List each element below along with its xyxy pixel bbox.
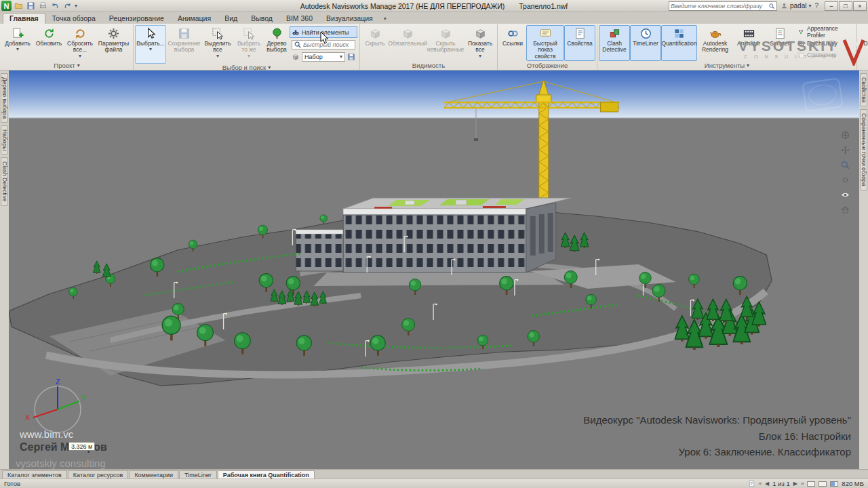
tab-viewpoint[interactable]: Точка обзора bbox=[45, 13, 102, 24]
timeliner-button[interactable]: TimeLiner bbox=[630, 25, 661, 61]
dock-tab-selection-tree[interactable]: Дерево выбора bbox=[1, 73, 8, 123]
ribbon: Добавить ▾ Обновить Сбросить все... ▾ Па… bbox=[0, 24, 868, 70]
select-same-button[interactable]: Выбрать то же ▾ bbox=[233, 25, 264, 64]
home-view-icon[interactable] bbox=[840, 205, 850, 215]
navisworks-logo-icon[interactable]: N bbox=[1, 1, 12, 11]
find-items-button[interactable]: Найти элементы bbox=[290, 26, 357, 38]
watermark-site: www.bim.vc bbox=[20, 428, 73, 440]
unhide-all-icon bbox=[474, 27, 487, 40]
keyword-search-input[interactable] bbox=[671, 3, 768, 9]
viewport-3d[interactable]: Z X Y www.bim.vc Сергей Макаров vysotski… bbox=[9, 70, 859, 469]
bottom-tab-quantification-workbook[interactable]: Рабочая книга Quantification bbox=[218, 470, 315, 479]
tab-animation[interactable]: Анимация bbox=[171, 13, 218, 24]
properties-button[interactable]: Свойства bbox=[564, 25, 595, 61]
unhide-all-button[interactable]: Показать все ▾ bbox=[465, 25, 496, 61]
tab-home[interactable]: Главная bbox=[3, 13, 45, 24]
autodesk-rendering-button[interactable]: Autodesk Rendering bbox=[697, 25, 733, 61]
cursor-icon bbox=[144, 27, 157, 40]
minimize-button[interactable]: – bbox=[825, 1, 838, 11]
quick-properties-icon bbox=[539, 27, 552, 40]
binoculars-icon bbox=[292, 28, 300, 37]
group-label-project[interactable]: Проект▾ bbox=[1, 61, 132, 70]
hide-unselected-icon bbox=[439, 27, 452, 40]
links-button[interactable]: Ссылки bbox=[499, 25, 526, 61]
ribbon-group-project: Добавить ▾ Обновить Сбросить все... ▾ Па… bbox=[1, 24, 134, 70]
zoom-icon[interactable] bbox=[840, 160, 850, 170]
help-button[interactable]: ? bbox=[814, 2, 818, 9]
signin-user[interactable]: padal ▾ bbox=[781, 2, 811, 9]
scene-3d[interactable] bbox=[9, 70, 859, 469]
select-all-button[interactable]: Выделить все ▾ bbox=[202, 25, 233, 64]
undo-button[interactable] bbox=[50, 1, 60, 11]
selection-tree-button[interactable]: Дерево выбора bbox=[264, 25, 289, 64]
floppy-icon bbox=[26, 1, 35, 10]
prev-sheet-button[interactable]: ◀ bbox=[765, 481, 769, 487]
datatools-button[interactable]: DataTools bbox=[859, 25, 868, 61]
appearance-profiler-button[interactable]: Appearance Profiler bbox=[795, 26, 855, 37]
orbit-icon[interactable] bbox=[840, 175, 850, 185]
add-button[interactable]: Добавить ▾ bbox=[2, 25, 33, 61]
hide-button[interactable]: Скрыть bbox=[361, 25, 389, 61]
qat-dropdown-icon[interactable]: ▾ bbox=[75, 3, 77, 9]
batch-utility-button[interactable]: Batch Utility bbox=[795, 38, 855, 49]
sets-dropdown[interactable]: Набор ▾ bbox=[302, 52, 345, 62]
axis-x-label: X bbox=[25, 413, 31, 422]
first-sheet-button[interactable]: « bbox=[759, 481, 762, 487]
add-file-icon bbox=[12, 27, 24, 40]
sheet-icon[interactable] bbox=[748, 480, 755, 487]
save-button[interactable] bbox=[26, 1, 36, 11]
compare-button[interactable]: Сравнение bbox=[795, 49, 855, 60]
scripter-button[interactable]: Scripter bbox=[764, 25, 795, 61]
tab-bim360[interactable]: BIM 360 bbox=[279, 13, 319, 24]
tab-review[interactable]: Рецензирование bbox=[102, 13, 171, 24]
quantification-button[interactable]: Quantification bbox=[661, 25, 697, 61]
quick-access-toolbar: N ▾ bbox=[1, 1, 77, 11]
keyword-search-box[interactable] bbox=[669, 1, 777, 11]
select-all-icon bbox=[212, 27, 224, 40]
tab-view[interactable]: Вид bbox=[218, 13, 244, 24]
dock-tab-saved-viewpoints[interactable]: Сохраненные точки обзора bbox=[860, 109, 867, 190]
quick-find-input[interactable]: Быстрый поиск bbox=[292, 40, 355, 49]
group-label-tools[interactable]: Инструменты▾ bbox=[598, 61, 856, 70]
dock-tab-sets[interactable]: Наборы bbox=[1, 125, 8, 155]
save-selection-button[interactable]: Сохранение выбора bbox=[166, 25, 202, 64]
print-button[interactable] bbox=[38, 1, 48, 11]
animator-button[interactable]: Animator bbox=[733, 25, 764, 61]
dock-tab-properties[interactable]: Свойства bbox=[860, 73, 867, 106]
group-label-visibility: Видимость bbox=[361, 61, 496, 70]
pencil-meter bbox=[807, 481, 815, 487]
refresh-button[interactable]: Обновить bbox=[33, 25, 64, 61]
open-button[interactable] bbox=[14, 1, 24, 11]
look-icon[interactable] bbox=[840, 190, 850, 200]
sky bbox=[9, 70, 859, 118]
user-dropdown-icon: ▾ bbox=[808, 3, 811, 9]
reset-all-button[interactable]: Сбросить все... ▾ bbox=[64, 25, 96, 61]
steering-wheel-icon[interactable] bbox=[840, 130, 850, 140]
next-sheet-button[interactable]: ▶ bbox=[793, 481, 797, 487]
redo-button[interactable] bbox=[62, 1, 73, 11]
script-icon bbox=[774, 27, 787, 40]
select-button[interactable]: Выбрать... ▾ bbox=[135, 25, 166, 64]
dock-tab-clash-detective[interactable]: Clash Detective bbox=[1, 157, 8, 206]
title-bar: N ▾ Autodesk Navisworks Manage 2017 (НЕ … bbox=[0, 0, 868, 12]
require-button[interactable]: Обязательный bbox=[389, 25, 427, 61]
measurement-label: 3.326 м bbox=[68, 442, 95, 451]
close-button[interactable]: × bbox=[853, 1, 867, 11]
tab-render[interactable]: Визуализация bbox=[319, 13, 380, 24]
tools-small-column: Appearance Profiler Batch Utility Сравне… bbox=[795, 25, 855, 61]
hide-unselected-button[interactable]: Скрыть невыбранные bbox=[427, 25, 465, 61]
save-set-icon[interactable] bbox=[347, 53, 355, 61]
bottom-tab-item-catalog[interactable]: Каталог элементов bbox=[2, 470, 67, 479]
bottom-tab-resource-catalog[interactable]: Каталог ресурсов bbox=[68, 470, 129, 479]
clash-detective-button[interactable]: Clash Detective bbox=[599, 25, 630, 61]
quick-properties-button[interactable]: Быстрый показ свойств bbox=[526, 25, 564, 61]
tab-output[interactable]: Вывод bbox=[244, 13, 279, 24]
set-cube-icon bbox=[292, 53, 300, 61]
ribbon-collapse-icon[interactable]: ▾ bbox=[384, 16, 387, 22]
bottom-tab-timeliner[interactable]: TimeLiner bbox=[179, 470, 217, 479]
file-options-button[interactable]: Параметры файла bbox=[96, 25, 132, 61]
bottom-tab-comments[interactable]: Комментарии bbox=[129, 470, 178, 479]
pan-icon[interactable] bbox=[840, 145, 850, 155]
maximize-button[interactable]: □ bbox=[839, 1, 852, 11]
last-sheet-button[interactable]: » bbox=[801, 481, 804, 487]
